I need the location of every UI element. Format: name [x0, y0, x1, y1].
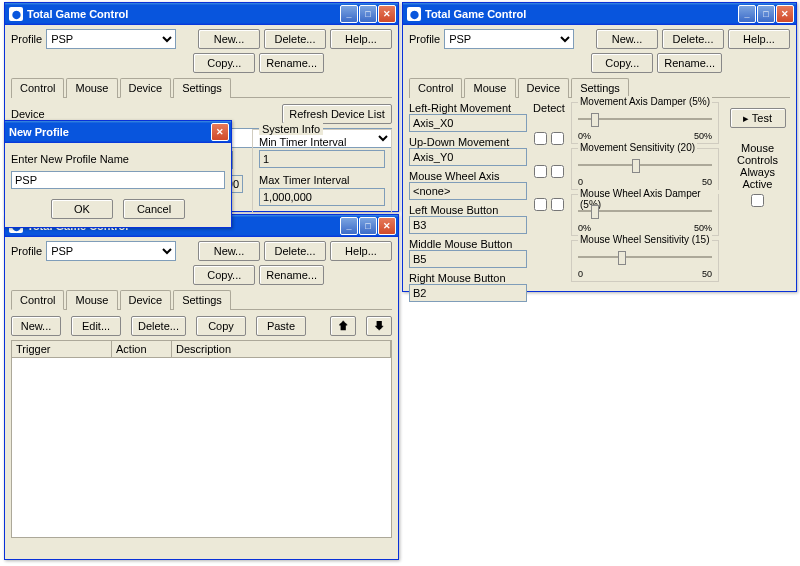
delete-button[interactable]: Delete...: [662, 29, 724, 49]
dialog-titlebar[interactable]: New Profile ✕: [5, 121, 231, 143]
tab-device[interactable]: Device: [120, 290, 172, 310]
minimize-icon[interactable]: _: [340, 5, 358, 23]
ud-label: Up-Down Movement: [409, 136, 527, 148]
maximize-icon[interactable]: □: [359, 5, 377, 23]
tab-control[interactable]: Control: [11, 78, 64, 98]
tab-control[interactable]: Control: [409, 78, 462, 98]
tab-settings[interactable]: Settings: [173, 290, 231, 310]
minimize-icon[interactable]: _: [340, 217, 358, 235]
wheel-label: Mouse Wheel Axis: [409, 170, 527, 182]
help-button[interactable]: Help...: [330, 29, 392, 49]
tabs: Control Mouse Device Settings: [409, 77, 790, 98]
col-trigger[interactable]: Trigger: [12, 341, 112, 357]
close-icon[interactable]: ✕: [776, 5, 794, 23]
lr-label: Left-Right Movement: [409, 102, 527, 114]
title-text: Total Game Control: [27, 8, 340, 20]
always-active-label: Mouse Controls Always Active: [725, 142, 790, 190]
always-active-checkbox[interactable]: [751, 194, 764, 207]
profile-label: Profile: [11, 33, 42, 45]
close-icon[interactable]: ✕: [378, 5, 396, 23]
ok-button[interactable]: OK: [51, 199, 113, 219]
profile-select[interactable]: PSP: [46, 29, 176, 49]
edit-button[interactable]: Edit...: [71, 316, 121, 336]
new-button[interactable]: New...: [198, 29, 260, 49]
table-body[interactable]: [11, 358, 392, 538]
profile-select[interactable]: PSP: [46, 241, 176, 261]
min-timer-value: [259, 150, 385, 168]
titlebar[interactable]: ⬤ Total Game Control _ □ ✕: [5, 3, 398, 25]
tab-device[interactable]: Device: [120, 78, 172, 98]
tab-control[interactable]: Control: [11, 290, 64, 310]
tab-mouse[interactable]: Mouse: [66, 78, 117, 98]
titlebar[interactable]: ⬤ Total Game Control _ □ ✕: [403, 3, 796, 25]
window-mouse: ⬤ Total Game Control _ □ ✕ Profile PSP N…: [402, 2, 797, 292]
profile-name-input[interactable]: [11, 171, 225, 189]
delete-button[interactable]: Delete...: [131, 316, 186, 336]
dialog-title: New Profile: [9, 126, 211, 138]
close-icon[interactable]: ✕: [378, 217, 396, 235]
lbtn-value: [409, 216, 527, 234]
tab-mouse[interactable]: Mouse: [66, 290, 117, 310]
help-button[interactable]: Help...: [728, 29, 790, 49]
movement-damper-slider[interactable]: Movement Axis Damper (5%) 0%50%: [571, 102, 719, 144]
lr-value: [409, 114, 527, 132]
tab-settings[interactable]: Settings: [571, 78, 629, 98]
paste-button[interactable]: Paste: [256, 316, 306, 336]
tabs: Control Mouse Device Settings: [11, 77, 392, 98]
sysinfo-title: System Info: [259, 123, 323, 135]
profile-label: Profile: [11, 245, 42, 257]
copy-button[interactable]: Copy...: [193, 265, 255, 285]
movement-sensitivity-slider[interactable]: Movement Sensitivity (20) 050: [571, 148, 719, 190]
help-button[interactable]: Help...: [330, 241, 392, 261]
ud-value: [409, 148, 527, 166]
wheel-damper-slider[interactable]: Mouse Wheel Axis Damper (5%) 0%50%: [571, 194, 719, 236]
new-button[interactable]: New...: [11, 316, 61, 336]
refresh-button[interactable]: Refresh Device List: [282, 104, 392, 124]
detect-rbtn[interactable]: [551, 198, 564, 211]
tab-settings[interactable]: Settings: [173, 78, 231, 98]
min-timer-label: Min Timer Interval: [259, 136, 385, 148]
table-header: Trigger Action Description: [11, 340, 392, 358]
delete-button[interactable]: Delete...: [264, 241, 326, 261]
app-icon: ⬤: [407, 7, 421, 21]
detect-mbtn[interactable]: [534, 198, 547, 211]
col-action[interactable]: Action: [112, 341, 172, 357]
dialog-prompt: Enter New Profile Name: [11, 153, 225, 165]
wheel-value: [409, 182, 527, 200]
minimize-icon[interactable]: _: [738, 5, 756, 23]
test-button[interactable]: ▸ Test: [730, 108, 786, 128]
rename-button[interactable]: Rename...: [259, 265, 324, 285]
title-text: Total Game Control: [425, 8, 738, 20]
detect-lbtn[interactable]: [551, 165, 564, 178]
new-button[interactable]: New...: [596, 29, 658, 49]
profile-select[interactable]: PSP: [444, 29, 574, 49]
copy-button[interactable]: Copy: [196, 316, 246, 336]
tab-mouse[interactable]: Mouse: [464, 78, 515, 98]
copy-button[interactable]: Copy...: [193, 53, 255, 73]
copy-button[interactable]: Copy...: [591, 53, 653, 73]
detect-ud[interactable]: [551, 132, 564, 145]
detect-wheel[interactable]: [534, 165, 547, 178]
cancel-button[interactable]: Cancel: [123, 199, 185, 219]
rename-button[interactable]: Rename...: [259, 53, 324, 73]
maximize-icon[interactable]: □: [359, 217, 377, 235]
tab-device[interactable]: Device: [518, 78, 570, 98]
rbtn-value: [409, 284, 527, 302]
new-button[interactable]: New...: [198, 241, 260, 261]
window-control: ⬤ Total Game Control _ □ ✕ Profile PSP N…: [4, 214, 399, 560]
lbtn-label: Left Mouse Button: [409, 204, 527, 216]
delete-button[interactable]: Delete...: [264, 29, 326, 49]
mbtn-label: Middle Mouse Button: [409, 238, 527, 250]
detect-lr[interactable]: [534, 132, 547, 145]
max-timer-label: Max Timer Interval: [259, 174, 385, 186]
rename-button[interactable]: Rename...: [657, 53, 722, 73]
maximize-icon[interactable]: □: [757, 5, 775, 23]
move-down-button[interactable]: 🡇: [366, 316, 392, 336]
col-description[interactable]: Description: [172, 341, 391, 357]
move-up-button[interactable]: 🡅: [330, 316, 356, 336]
wheel-sensitivity-slider[interactable]: Mouse Wheel Sensitivity (15) 050: [571, 240, 719, 282]
mbtn-value: [409, 250, 527, 268]
close-icon[interactable]: ✕: [211, 123, 229, 141]
new-profile-dialog: New Profile ✕ Enter New Profile Name OK …: [4, 120, 232, 228]
app-icon: ⬤: [9, 7, 23, 21]
